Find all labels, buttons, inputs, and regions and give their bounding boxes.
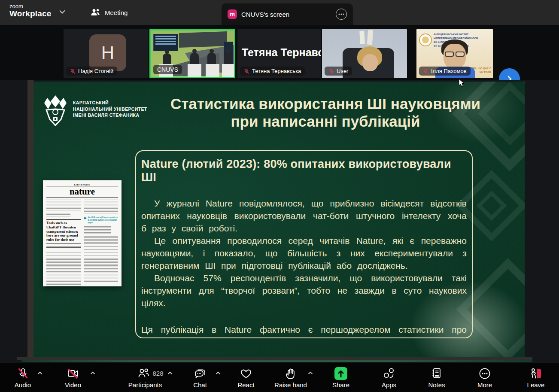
box-paragraph: Водночас 57% респондентів зазначили, що … (141, 272, 467, 310)
participants-options-chevron[interactable] (167, 371, 173, 375)
mic-muted-icon (423, 68, 428, 74)
shared-screen-area: КАРПАТСЬКИЙ НАЦІОНАЛЬНИЙ УНІВЕРСИТЕТ ІМЕ… (0, 80, 559, 363)
screen-share-badge: m (228, 9, 237, 19)
raised-hand-icon (285, 368, 296, 380)
participants-button[interactable]: 828 Participants (115, 366, 175, 389)
participant-name: Ілля Пахомов (431, 68, 467, 74)
box-paragraph: Це опитування проводилося серед читачів … (141, 235, 467, 272)
slide-text-box: Nature (лютий 2023): 80% опитаних викори… (135, 150, 473, 338)
apps-label: Apps (363, 381, 415, 389)
nature-headline: Tools such as ChatGPT threaten transpare… (46, 219, 81, 242)
participant-tile-tetiana[interactable]: Тетяна Тернавс... Тетяна Тернавська (237, 29, 321, 78)
more-ellipsis-icon (479, 368, 491, 380)
notes-button[interactable]: Notes (411, 366, 462, 389)
chat-label: Chat (174, 381, 226, 389)
mic-muted-icon (17, 368, 29, 380)
participant-tile-user[interactable]: User (322, 29, 407, 78)
avatar: H (89, 34, 126, 71)
leave-door-icon (530, 368, 542, 379)
shared-screen-strip (21, 360, 532, 362)
react-label: React (220, 381, 272, 389)
more-label: More (459, 381, 510, 389)
banner-text: БІЛОЦЕРКІВСЬКИЙ ІНСТИТ (434, 33, 490, 36)
apps-icon (383, 368, 395, 379)
raise-hand-label: Raise hand (265, 381, 316, 389)
participant-name: CNUVS (157, 66, 178, 73)
nature-masthead: nature (46, 187, 118, 198)
participant-tile-illia[interactable]: БІЛОЦЕРКІВСЬКИЙ ІНСТИТ НЕПЕРЕРВНОЇ ПРОФЕ… (416, 29, 493, 78)
quote-mark: ❝ (84, 216, 87, 225)
participant-name: User (337, 68, 348, 74)
notes-icon (431, 368, 442, 379)
mic-muted-icon (70, 68, 76, 74)
share-button[interactable]: Share (315, 366, 367, 389)
heart-icon (240, 368, 252, 379)
mic-muted-icon (244, 68, 249, 74)
raise-hand-button[interactable]: Raise hand (265, 366, 316, 389)
video-label: Video (47, 381, 99, 389)
participant-tile-nadiia[interactable]: H Надія Стогній (64, 29, 148, 78)
chat-icon (194, 368, 206, 379)
participant-name-pill: User (325, 67, 352, 76)
raise-hand-options-chevron[interactable] (308, 371, 313, 375)
tab-options-ellipsis-icon[interactable] (336, 9, 347, 20)
participant-display-name-large: Тетяна Тернавс... (242, 46, 321, 59)
banner-text: ПІВ, ЩО ДАЄ С (472, 67, 491, 71)
audio-button[interactable]: Audio (0, 366, 49, 389)
share-label: Share (315, 381, 367, 389)
participant-name: Тетяна Тернавська (252, 68, 301, 74)
top-tab-bar: zoom Workplace Meeting m CNUVS's screen (0, 0, 559, 25)
participant-name-pill: Тетяна Тернавська (240, 67, 305, 76)
audio-label: Audio (0, 381, 49, 389)
nature-journal-page: Editorials nature Tools such as ChatGPT … (43, 180, 122, 286)
zoom-workplace-logo: zoom Workplace (9, 3, 52, 18)
participant-name-pill: Надія Стогній (66, 67, 117, 76)
box-paragraph: У журналі Nature повідомлялося, що прибл… (141, 198, 467, 235)
logo-line-workplace: Workplace (9, 9, 52, 18)
notes-label: Notes (411, 381, 462, 389)
participant-name-pill: Ілля Пахомов (419, 67, 471, 76)
zoom-meeting-window: zoom Workplace Meeting m CNUVS's screen (0, 0, 559, 392)
box-heading: Nature (лютий 2023): 80% опитаних викори… (141, 158, 467, 184)
participants-count: 828 (152, 370, 163, 377)
nature-pull-quote: No LLM tool will be accepted as a credit… (88, 216, 118, 225)
participant-tile-cnuvs-active-speaker[interactable]: CNUVS (149, 29, 235, 78)
chevron-down-icon[interactable] (59, 10, 65, 14)
participants-icon (138, 368, 149, 379)
logo-line-zoom: zoom (9, 3, 52, 9)
participant-name-pill: CNUVS (153, 65, 182, 74)
shared-window-edge (27, 80, 33, 357)
slide-title: Статистика використання ШІ науковцями пр… (132, 95, 519, 131)
video-options-chevron[interactable] (90, 371, 95, 375)
mouse-cursor (459, 79, 465, 88)
leave-button[interactable]: Leave (510, 366, 559, 389)
leave-label: Leave (510, 381, 559, 389)
camera-muted-icon (67, 368, 79, 379)
meeting-toolbar: Audio Video (0, 363, 559, 392)
share-screen-icon (334, 367, 347, 380)
apps-button[interactable]: Apps (363, 366, 415, 389)
chat-button[interactable]: Chat (174, 366, 226, 389)
participant-name: Надія Стогній (78, 68, 113, 74)
university-emblem-icon (43, 94, 68, 126)
mic-muted-icon (328, 68, 334, 74)
tab-screen-share[interactable]: m CNUVS's screen (222, 3, 353, 25)
more-button[interactable]: More (459, 366, 510, 389)
people-icon (90, 8, 100, 17)
video-filmstrip: H Надія Стогній (0, 25, 559, 80)
audio-options-chevron[interactable] (37, 371, 43, 375)
tab-meeting[interactable]: Meeting (84, 0, 134, 25)
tab-screen-share-label: CNUVS's screen (241, 11, 289, 18)
box-paragraph: Ця публікація в Nature фактично є першод… (141, 324, 467, 338)
presentation-slide: КАРПАТСЬКИЙ НАЦІОНАЛЬНИЙ УНІВЕРСИТЕТ ІМЕ… (33, 82, 525, 357)
participants-label: Participants (115, 381, 175, 389)
banner-text: НЕПЕРЕРВНОЇ ПРОФЕСІЙНОЇ ОСВ (434, 36, 490, 40)
react-button[interactable]: React (220, 366, 272, 389)
video-button[interactable]: Video (47, 366, 99, 389)
tab-meeting-label: Meeting (105, 9, 128, 16)
